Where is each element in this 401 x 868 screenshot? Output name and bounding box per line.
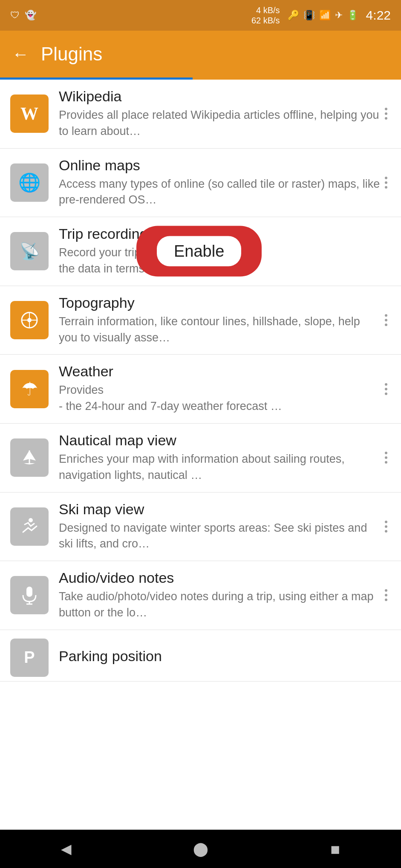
plugin-name-ski: Ski map view — [59, 501, 381, 518]
plugin-text-parking: Parking position — [59, 648, 391, 667]
nav-recents-button[interactable]: ◼ — [330, 842, 340, 856]
ski-icon-svg — [19, 516, 40, 537]
plugin-icon-nautical — [10, 438, 49, 477]
plugin-text-wikipedia: Wikipedia Provides all place related Wik… — [59, 88, 381, 140]
plugin-item-parking[interactable]: P Parking position — [0, 630, 401, 682]
status-icons: 🔑 📳 📶 ✈ 🔋 — [288, 10, 358, 21]
svg-rect-6 — [26, 587, 32, 597]
ghost-icon: 👻 — [25, 10, 36, 21]
plugin-icon-weather: ☂ — [10, 370, 49, 408]
plugin-list: W Wikipedia Provides all place related W… — [0, 80, 401, 682]
plugin-desc-ski: Designed to navigate winter sports areas… — [59, 520, 381, 553]
plugin-name-wikipedia: Wikipedia — [59, 88, 381, 105]
wikipedia-icon-letter: W — [20, 103, 38, 124]
shield-icon: 🛡 — [10, 10, 20, 21]
plugin-text-nautical: Nautical map view Enriches your map with… — [59, 432, 381, 484]
page-title: Plugins — [41, 43, 102, 65]
key-icon: 🔑 — [288, 10, 299, 21]
plugin-desc-nautical: Enriches your map with information about… — [59, 451, 381, 484]
plugin-icon-topography — [10, 301, 49, 339]
battery-icon: 🔋 — [347, 10, 358, 21]
plugin-item-audio-video[interactable]: Audio/video notes Take audio/photo/video… — [0, 561, 401, 630]
enable-badge-text: Enable — [174, 242, 224, 260]
plugin-menu-nautical[interactable] — [381, 448, 391, 467]
umbrella-icon: ☂ — [21, 378, 38, 400]
airplane-icon: ✈ — [335, 10, 343, 21]
data-speeds: 4 kB/s 62 kB/s — [251, 5, 280, 26]
plugin-item-topography[interactable]: Topography Terrain information, like con… — [0, 286, 401, 355]
plugin-name-nautical: Nautical map view — [59, 432, 381, 449]
status-bar: 🛡 👻 4 kB/s 62 kB/s 🔑 📳 📶 ✈ 🔋 4:22 — [0, 0, 401, 31]
nautical-icon-svg — [19, 447, 40, 468]
vibrate-icon: 📳 — [303, 10, 315, 21]
plugin-menu-online-maps[interactable] — [381, 173, 391, 192]
plugin-text-online-maps: Online maps Access many types of online … — [59, 157, 381, 209]
plugin-icon-trip-recording: 📡 — [10, 232, 49, 270]
plugin-item-wikipedia[interactable]: W Wikipedia Provides all place related W… — [0, 80, 401, 149]
plugin-name-audio: Audio/video notes — [59, 570, 381, 586]
plugin-menu-ski[interactable] — [381, 517, 391, 536]
microphone-icon-svg — [19, 584, 40, 606]
back-button[interactable]: ← — [12, 45, 29, 64]
plugin-desc-online-maps: Access many types of online (so called t… — [59, 176, 381, 209]
plugin-icon-parking: P — [10, 639, 49, 677]
globe-icon: 🌐 — [18, 172, 40, 193]
status-left-icons: 🛡 👻 — [10, 10, 36, 21]
plugin-icon-online-maps: 🌐 — [10, 163, 49, 202]
enable-badge[interactable]: Enable — [136, 226, 262, 277]
plugin-desc-wikipedia: Provides all place related Wikipedia art… — [59, 107, 381, 140]
plugin-name-weather: Weather — [59, 363, 381, 380]
plugin-text-ski: Ski map view Designed to navigate winter… — [59, 501, 381, 553]
plugin-item-nautical-map[interactable]: Nautical map view Enriches your map with… — [0, 424, 401, 493]
recording-icon: 📡 — [20, 242, 40, 261]
plugin-item-weather[interactable]: ☂ Weather Provides- the 24-hour and 7-da… — [0, 355, 401, 424]
nav-home-button[interactable]: ⬤ — [193, 841, 208, 857]
plugin-text-audio: Audio/video notes Take audio/photo/video… — [59, 570, 381, 621]
plugin-name-topography: Topography — [59, 295, 381, 311]
plugin-name-parking: Parking position — [59, 648, 391, 665]
nav-spacer — [0, 682, 401, 720]
nav-bar: ◀ ⬤ ◼ — [0, 830, 401, 868]
plugin-icon-audio — [10, 576, 49, 614]
plugin-text-topography: Topography Terrain information, like con… — [59, 295, 381, 346]
plugin-desc-topography: Terrain information, like contour lines,… — [59, 314, 381, 346]
app-bar: ← Plugins — [0, 31, 401, 77]
plugin-menu-weather[interactable] — [381, 380, 391, 398]
time-display: 4:22 — [366, 8, 391, 23]
plugin-desc-audio: Take audio/photo/video notes during a tr… — [59, 589, 381, 621]
plugin-item-online-maps[interactable]: 🌐 Online maps Access many types of onlin… — [0, 149, 401, 218]
plugin-item-trip-recording[interactable]: 📡 Trip recording Record your trips o…the… — [0, 217, 401, 286]
topography-icon-svg — [19, 310, 40, 330]
enable-badge-inner: Enable — [157, 236, 241, 266]
plugin-item-ski-map[interactable]: Ski map view Designed to navigate winter… — [0, 493, 401, 561]
svg-point-5 — [29, 518, 33, 522]
nav-back-button[interactable]: ◀ — [61, 841, 72, 857]
plugin-icon-ski — [10, 507, 49, 546]
plugin-menu-audio[interactable] — [381, 586, 391, 604]
wifi-icon: 📶 — [319, 10, 331, 21]
plugin-icon-wikipedia: W — [10, 95, 49, 133]
plugin-menu-topography[interactable] — [381, 311, 391, 329]
plugin-name-online-maps: Online maps — [59, 157, 381, 174]
parking-letter: P — [24, 648, 35, 667]
plugin-desc-weather: Provides- the 24-hour and 7-day weather … — [59, 382, 381, 415]
plugin-menu-wikipedia[interactable] — [381, 104, 391, 123]
plugin-text-weather: Weather Provides- the 24-hour and 7-day … — [59, 363, 381, 415]
